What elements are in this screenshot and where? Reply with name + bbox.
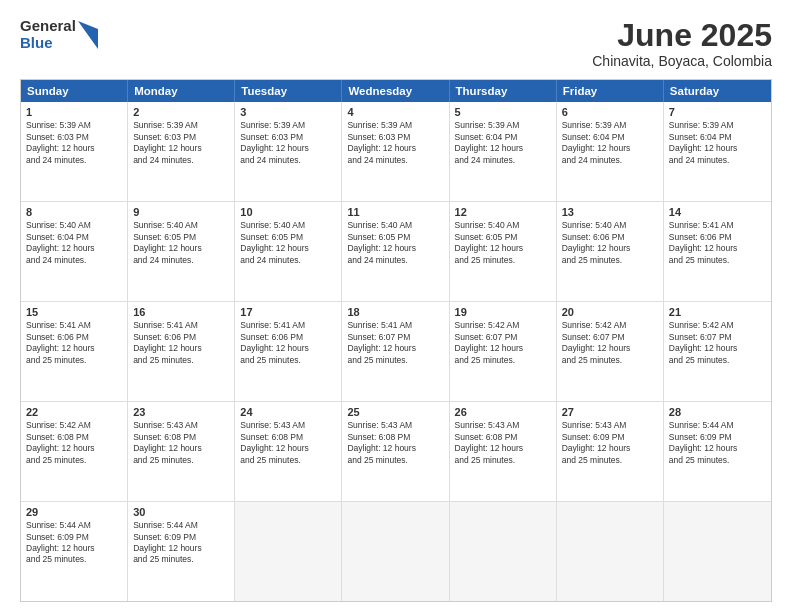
calendar-row-2: 8Sunrise: 5:40 AMSunset: 6:04 PMDaylight… (21, 201, 771, 301)
logo-general: General (20, 18, 76, 35)
day-number: 30 (133, 506, 229, 518)
calendar-cell: 12Sunrise: 5:40 AMSunset: 6:05 PMDayligh… (450, 202, 557, 301)
calendar-cell: 26Sunrise: 5:43 AMSunset: 6:08 PMDayligh… (450, 402, 557, 501)
logo-icon (78, 21, 98, 49)
day-number: 13 (562, 206, 658, 218)
day-number: 18 (347, 306, 443, 318)
calendar: SundayMondayTuesdayWednesdayThursdayFrid… (20, 79, 772, 602)
day-number: 24 (240, 406, 336, 418)
calendar-cell: 9Sunrise: 5:40 AMSunset: 6:05 PMDaylight… (128, 202, 235, 301)
day-number: 9 (133, 206, 229, 218)
cell-info: Sunrise: 5:40 AMSunset: 6:04 PMDaylight:… (26, 220, 122, 266)
calendar-body: 1Sunrise: 5:39 AMSunset: 6:03 PMDaylight… (21, 102, 771, 601)
calendar-cell (450, 502, 557, 601)
calendar-cell: 10Sunrise: 5:40 AMSunset: 6:05 PMDayligh… (235, 202, 342, 301)
calendar-cell: 14Sunrise: 5:41 AMSunset: 6:06 PMDayligh… (664, 202, 771, 301)
day-number: 29 (26, 506, 122, 518)
day-number: 26 (455, 406, 551, 418)
subtitle: Chinavita, Boyaca, Colombia (592, 53, 772, 69)
day-number: 1 (26, 106, 122, 118)
cell-info: Sunrise: 5:41 AMSunset: 6:06 PMDaylight:… (26, 320, 122, 366)
cell-info: Sunrise: 5:40 AMSunset: 6:06 PMDaylight:… (562, 220, 658, 266)
day-number: 15 (26, 306, 122, 318)
cell-info: Sunrise: 5:44 AMSunset: 6:09 PMDaylight:… (133, 520, 229, 566)
calendar-cell: 28Sunrise: 5:44 AMSunset: 6:09 PMDayligh… (664, 402, 771, 501)
calendar-row-5: 29Sunrise: 5:44 AMSunset: 6:09 PMDayligh… (21, 501, 771, 601)
calendar-cell: 4Sunrise: 5:39 AMSunset: 6:03 PMDaylight… (342, 102, 449, 201)
cell-info: Sunrise: 5:44 AMSunset: 6:09 PMDaylight:… (26, 520, 122, 566)
cell-info: Sunrise: 5:39 AMSunset: 6:03 PMDaylight:… (26, 120, 122, 166)
day-number: 11 (347, 206, 443, 218)
cell-info: Sunrise: 5:42 AMSunset: 6:07 PMDaylight:… (455, 320, 551, 366)
cell-info: Sunrise: 5:39 AMSunset: 6:03 PMDaylight:… (347, 120, 443, 166)
calendar-cell: 25Sunrise: 5:43 AMSunset: 6:08 PMDayligh… (342, 402, 449, 501)
cell-info: Sunrise: 5:41 AMSunset: 6:06 PMDaylight:… (240, 320, 336, 366)
cell-info: Sunrise: 5:44 AMSunset: 6:09 PMDaylight:… (669, 420, 766, 466)
day-number: 3 (240, 106, 336, 118)
header: General Blue June 2025 Chinavita, Boyaca… (20, 18, 772, 69)
calendar-cell (557, 502, 664, 601)
calendar-cell: 16Sunrise: 5:41 AMSunset: 6:06 PMDayligh… (128, 302, 235, 401)
cell-info: Sunrise: 5:43 AMSunset: 6:08 PMDaylight:… (455, 420, 551, 466)
calendar-cell: 11Sunrise: 5:40 AMSunset: 6:05 PMDayligh… (342, 202, 449, 301)
calendar-cell: 6Sunrise: 5:39 AMSunset: 6:04 PMDaylight… (557, 102, 664, 201)
calendar-cell: 8Sunrise: 5:40 AMSunset: 6:04 PMDaylight… (21, 202, 128, 301)
calendar-cell: 27Sunrise: 5:43 AMSunset: 6:09 PMDayligh… (557, 402, 664, 501)
calendar-row-1: 1Sunrise: 5:39 AMSunset: 6:03 PMDaylight… (21, 102, 771, 201)
day-number: 7 (669, 106, 766, 118)
calendar-cell: 3Sunrise: 5:39 AMSunset: 6:03 PMDaylight… (235, 102, 342, 201)
cell-info: Sunrise: 5:41 AMSunset: 6:06 PMDaylight:… (669, 220, 766, 266)
day-number: 28 (669, 406, 766, 418)
calendar-cell: 2Sunrise: 5:39 AMSunset: 6:03 PMDaylight… (128, 102, 235, 201)
day-number: 19 (455, 306, 551, 318)
cell-info: Sunrise: 5:39 AMSunset: 6:04 PMDaylight:… (455, 120, 551, 166)
calendar-cell: 1Sunrise: 5:39 AMSunset: 6:03 PMDaylight… (21, 102, 128, 201)
header-day-sunday: Sunday (21, 80, 128, 102)
day-number: 2 (133, 106, 229, 118)
calendar-cell: 15Sunrise: 5:41 AMSunset: 6:06 PMDayligh… (21, 302, 128, 401)
cell-info: Sunrise: 5:39 AMSunset: 6:04 PMDaylight:… (669, 120, 766, 166)
calendar-cell (235, 502, 342, 601)
cell-info: Sunrise: 5:42 AMSunset: 6:07 PMDaylight:… (562, 320, 658, 366)
cell-info: Sunrise: 5:40 AMSunset: 6:05 PMDaylight:… (133, 220, 229, 266)
calendar-row-4: 22Sunrise: 5:42 AMSunset: 6:08 PMDayligh… (21, 401, 771, 501)
calendar-row-3: 15Sunrise: 5:41 AMSunset: 6:06 PMDayligh… (21, 301, 771, 401)
svg-marker-0 (78, 21, 98, 49)
page: General Blue June 2025 Chinavita, Boyaca… (0, 0, 792, 612)
cell-info: Sunrise: 5:39 AMSunset: 6:03 PMDaylight:… (240, 120, 336, 166)
cell-info: Sunrise: 5:41 AMSunset: 6:06 PMDaylight:… (133, 320, 229, 366)
day-number: 27 (562, 406, 658, 418)
calendar-cell: 30Sunrise: 5:44 AMSunset: 6:09 PMDayligh… (128, 502, 235, 601)
calendar-cell: 7Sunrise: 5:39 AMSunset: 6:04 PMDaylight… (664, 102, 771, 201)
day-number: 6 (562, 106, 658, 118)
header-day-friday: Friday (557, 80, 664, 102)
calendar-cell: 21Sunrise: 5:42 AMSunset: 6:07 PMDayligh… (664, 302, 771, 401)
day-number: 10 (240, 206, 336, 218)
calendar-header: SundayMondayTuesdayWednesdayThursdayFrid… (21, 80, 771, 102)
header-day-tuesday: Tuesday (235, 80, 342, 102)
calendar-cell: 23Sunrise: 5:43 AMSunset: 6:08 PMDayligh… (128, 402, 235, 501)
calendar-cell: 17Sunrise: 5:41 AMSunset: 6:06 PMDayligh… (235, 302, 342, 401)
cell-info: Sunrise: 5:40 AMSunset: 6:05 PMDaylight:… (240, 220, 336, 266)
header-day-monday: Monday (128, 80, 235, 102)
title-block: June 2025 Chinavita, Boyaca, Colombia (592, 18, 772, 69)
calendar-cell: 29Sunrise: 5:44 AMSunset: 6:09 PMDayligh… (21, 502, 128, 601)
day-number: 8 (26, 206, 122, 218)
calendar-cell: 19Sunrise: 5:42 AMSunset: 6:07 PMDayligh… (450, 302, 557, 401)
calendar-cell: 24Sunrise: 5:43 AMSunset: 6:08 PMDayligh… (235, 402, 342, 501)
logo-blue: Blue (20, 35, 76, 52)
cell-info: Sunrise: 5:40 AMSunset: 6:05 PMDaylight:… (347, 220, 443, 266)
header-day-thursday: Thursday (450, 80, 557, 102)
day-number: 23 (133, 406, 229, 418)
calendar-cell: 13Sunrise: 5:40 AMSunset: 6:06 PMDayligh… (557, 202, 664, 301)
day-number: 5 (455, 106, 551, 118)
header-day-wednesday: Wednesday (342, 80, 449, 102)
day-number: 4 (347, 106, 443, 118)
cell-info: Sunrise: 5:42 AMSunset: 6:08 PMDaylight:… (26, 420, 122, 466)
cell-info: Sunrise: 5:42 AMSunset: 6:07 PMDaylight:… (669, 320, 766, 366)
calendar-cell (664, 502, 771, 601)
cell-info: Sunrise: 5:39 AMSunset: 6:04 PMDaylight:… (562, 120, 658, 166)
calendar-cell: 22Sunrise: 5:42 AMSunset: 6:08 PMDayligh… (21, 402, 128, 501)
cell-info: Sunrise: 5:39 AMSunset: 6:03 PMDaylight:… (133, 120, 229, 166)
day-number: 22 (26, 406, 122, 418)
